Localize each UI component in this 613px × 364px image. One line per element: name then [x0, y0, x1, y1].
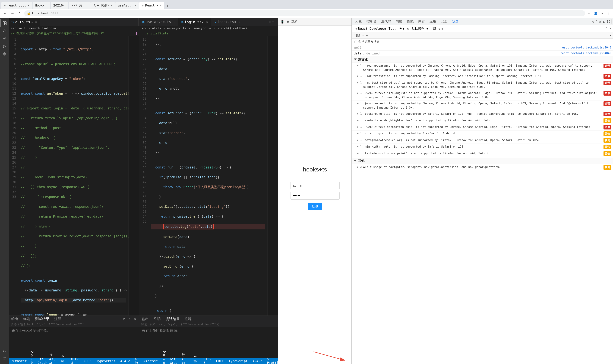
log-level-dropdown[interactable]: 默认级别 ▼ — [410, 26, 430, 31]
encoding[interactable]: UTF-8 — [70, 352, 80, 364]
bottom-tab-comments-2[interactable]: 注释 — [182, 316, 194, 322]
sync-status-2[interactable]: ⟲ 0 △ 0 ⊘ 0 — [162, 350, 167, 364]
devtools-tab-performance[interactable]: 性能 — [405, 18, 415, 25]
console-link-2[interactable]: react_devtools_backend.js:4049 — [560, 52, 611, 55]
console-settings-icon[interactable]: ⚙ — [407, 27, 409, 30]
tab-close-icon[interactable]: × — [28, 4, 29, 7]
bottom-tab-output-2[interactable]: 输出 — [139, 316, 151, 322]
lang-2[interactable]: TypeScript — [227, 352, 249, 364]
browser-tab-hook[interactable]: Hook× — [33, 2, 50, 9]
tab-login[interactable]: TS login.tsx × — [178, 18, 211, 26]
bottom-tab-terminal-2[interactable]: 终端 — [151, 316, 163, 322]
browser-tab-72[interactable]: 7-2 用... — [69, 2, 91, 9]
eol[interactable]: CRLF — [83, 352, 92, 364]
devtools-tab-elements[interactable]: 元素 — [353, 18, 364, 25]
react-devtools-dropdown[interactable]: ⚛ React Developer To... 👁 ▼ — [354, 26, 406, 31]
devtools-issues-content[interactable]: 兼容性 ▶ 1 '-moz-appearance' is not support… — [352, 56, 613, 364]
other-section-header[interactable]: 其他 — [352, 157, 613, 164]
cursor-position[interactable]: 行 43，列 23 — [48, 352, 57, 364]
bottom-tab-test-2[interactable]: 测试结果 — [163, 316, 182, 322]
activity-settings-icon[interactable] — [0, 355, 8, 363]
browser-tab-react2[interactable]: ⚛ React × × — [139, 2, 164, 9]
tab-close-icon[interactable]: × — [160, 4, 162, 7]
profile-icon[interactable]: 👤 — [593, 11, 598, 16]
console-more-icon[interactable]: ⋮ — [605, 27, 608, 30]
devtools-more-icon[interactable]: ⋮ — [595, 20, 598, 23]
code-text-useasync[interactable]: }); const setData = (data: any) => setSt… — [148, 36, 267, 315]
browser-tab-20216[interactable]: 20216× — [51, 2, 69, 9]
preview-mobile-icon[interactable]: 📱 — [280, 20, 285, 24]
git-graph-2[interactable]: Git Graph — [169, 350, 181, 364]
issues-panel-close[interactable]: × — [609, 33, 611, 37]
console-settings-2-icon[interactable]: ⚙ — [438, 27, 440, 30]
preview-more-icon[interactable]: ⋮ — [347, 20, 350, 24]
devtools-undock-icon[interactable]: ⊟ — [599, 20, 601, 23]
tab-close-icon[interactable]: × — [134, 4, 136, 7]
prettier-status[interactable]: ✎ Prettier — [134, 352, 139, 364]
activity-search-icon[interactable] — [0, 27, 8, 35]
eol-2[interactable]: CRLF — [215, 352, 225, 364]
sync-status[interactable]: ⟲ 0 △ 0 ⊘ 0 — [30, 350, 34, 364]
tab-close[interactable]: × — [239, 20, 241, 24]
indentation[interactable]: 空格: 2 — [60, 352, 67, 364]
bottom-tab-comments[interactable]: 注释 — [52, 316, 64, 322]
language-mode[interactable]: TypeScript — [95, 352, 116, 364]
git-graph[interactable]: Git Graph — [37, 350, 48, 364]
activity-git-icon[interactable] — [0, 35, 8, 42]
use-async-code-area[interactable]: 1819202122232425262728 29303132333435363… — [139, 36, 278, 315]
cursor-pos-2[interactable]: 行 43，列 23 — [181, 352, 190, 364]
ts-ver-2[interactable]: 4.4.2 — [251, 352, 263, 364]
third-party-checkbox[interactable] — [355, 40, 357, 43]
code-text-auth[interactable]: import { http } from "./utils/http"; //c… — [18, 36, 128, 315]
bottom-tab-output[interactable]: 输出 — [9, 316, 21, 322]
indentation-2[interactable]: 空格: 2 — [193, 352, 200, 364]
address-bar[interactable]: 🔒 localhost:3000 — [24, 10, 585, 16]
browser-tab-react[interactable]: ⚛ react_d... × — [1, 2, 32, 9]
close-panel-button[interactable]: × — [133, 316, 138, 321]
console-close-icon[interactable]: × — [609, 27, 611, 30]
tab-index[interactable]: TS index.tsx × — [211, 18, 243, 26]
activity-extensions-icon[interactable] — [0, 50, 8, 58]
console-grid-icon[interactable]: ⊞ — [441, 27, 443, 30]
tab-use-async[interactable]: TS use-async.ts × — [139, 18, 178, 26]
username-input[interactable] — [290, 182, 340, 189]
activity-debug-icon[interactable] — [0, 42, 8, 50]
activity-explorer-icon[interactable] — [0, 19, 8, 27]
maximize-button[interactable]: □ — [272, 20, 274, 24]
filter-icon[interactable]: ▽ — [121, 316, 126, 321]
console-link-1[interactable]: react_devtools_backend.js:4049 — [560, 46, 611, 49]
devtools-tab-memory[interactable]: 内存 — [417, 18, 427, 25]
compat-section-header[interactable]: 兼容性 — [352, 56, 613, 63]
back-button[interactable]: ← — [2, 10, 8, 16]
encoding-2[interactable]: UTF-8 — [203, 352, 212, 364]
bottom-tab-test[interactable]: 测试结果 — [33, 316, 52, 322]
tab-close[interactable]: × — [35, 20, 37, 24]
password-input[interactable] — [290, 192, 340, 200]
tab-close[interactable]: × — [173, 20, 175, 24]
bottom-tab-terminal[interactable]: 终端 — [21, 316, 33, 322]
activity-account-icon[interactable] — [0, 347, 8, 355]
devtools-issues-count[interactable]: ▲ 15 — [601, 19, 612, 24]
devtools-tab-security[interactable]: 安全 — [439, 18, 449, 25]
more-actions-button[interactable]: ⋯ — [275, 20, 277, 24]
tab-close[interactable]: × — [206, 20, 208, 24]
git-branch-2[interactable]: master* — [141, 350, 160, 364]
devtools-tab-sources[interactable]: 源代码 — [379, 18, 393, 25]
collapse-icon[interactable]: ⊟ — [127, 316, 132, 321]
devtools-settings-icon[interactable]: ⚙ — [592, 20, 594, 23]
add-tab-button[interactable]: + — [165, 3, 170, 9]
tab-auth-ts[interactable]: TS auth.ts ● × — [9, 18, 40, 26]
devtools-tab-console[interactable]: 控制台 — [365, 18, 378, 25]
settings-icon[interactable]: ⚙ — [599, 11, 605, 16]
more-icon[interactable]: ⋮ — [606, 11, 611, 16]
split-button[interactable]: ⊟ — [269, 20, 271, 24]
browser-tab-tencent[interactable]: A A 腾讯× × — [91, 2, 115, 9]
preview-desktop-icon[interactable]: 🖥 — [286, 20, 290, 24]
git-branch[interactable]: master — [11, 350, 28, 364]
editor-code-area[interactable]: 12345678910 11121314151617181920 2122232… — [9, 36, 139, 315]
devtools-tab-issues[interactable]: 双屏 — [450, 18, 460, 25]
devtools-tab-app[interactable]: 应用 — [428, 18, 438, 25]
login-button[interactable]: 登录 — [308, 203, 322, 210]
browser-tab-useas[interactable]: useAs... × — [115, 2, 139, 9]
ts-version[interactable]: 4.4.2 — [119, 352, 131, 364]
